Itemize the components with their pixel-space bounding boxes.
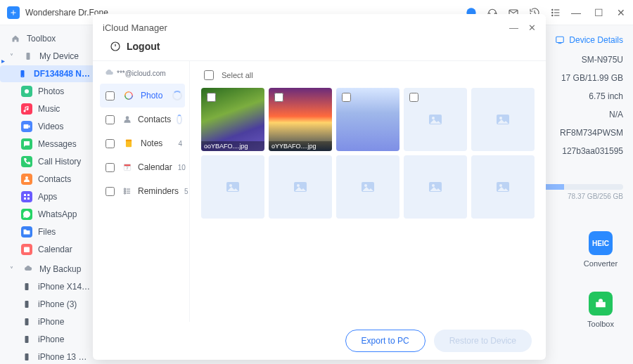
thumbnail-placeholder (404, 155, 467, 219)
phone-icon (21, 299, 32, 310)
phone-icon (17, 68, 28, 79)
category-checkbox[interactable] (106, 139, 115, 148)
phone-icon (21, 334, 32, 345)
category-notes[interactable]: Notes4 (100, 131, 185, 155)
thumbnail-placeholder (471, 88, 535, 151)
device-details-panel: Device Details SM-N975U17 GB/11.99 GB6.7… (539, 35, 623, 328)
svg-point-52 (499, 184, 502, 187)
category-checkbox[interactable] (106, 187, 115, 196)
thumbnail-checkbox[interactable] (274, 93, 283, 102)
thumbnail-placeholder (404, 88, 467, 151)
modal-close-button[interactable]: ✕ (528, 22, 536, 33)
sidebar-item-messages[interactable]: Messages (0, 136, 97, 152)
maximize-button[interactable]: ☐ (594, 7, 603, 18)
sidebar-item-apps[interactable]: Apps (0, 188, 97, 205)
thumbnail[interactable] (336, 88, 399, 151)
close-button[interactable]: ✕ (616, 7, 626, 18)
svg-point-6 (552, 15, 553, 15)
svg-point-44 (229, 184, 232, 187)
svg-point-10 (25, 89, 29, 93)
svg-rect-13 (24, 194, 26, 196)
svg-rect-32 (126, 140, 132, 141)
sidebar-selected-device[interactable]: DF134848 Note (0, 65, 97, 82)
sidebar-item-videos[interactable]: Videos (0, 118, 97, 135)
device-detail-row: SM-N975U (539, 55, 623, 65)
svg-point-46 (297, 184, 300, 187)
svg-point-12 (25, 176, 28, 179)
category-checkbox[interactable] (106, 163, 115, 172)
whatsapp-icon (21, 209, 32, 220)
thumbnail[interactable]: oYYBAFO....jpg (269, 88, 332, 151)
sidebar-my-device[interactable]: ˅ My Device (0, 48, 97, 65)
photo-icon-color (122, 89, 135, 102)
restore-to-device-button[interactable]: Restore to Device (434, 330, 532, 352)
sidebar-item-calendar[interactable]: Calendar (0, 241, 97, 258)
category-checkbox[interactable] (106, 91, 115, 100)
select-all-checkbox[interactable]: Select all (201, 68, 535, 82)
sidebar-item-files[interactable]: Files (0, 223, 97, 240)
chevron-down-icon: ˅ (10, 53, 17, 60)
svg-rect-22 (25, 353, 29, 360)
sidebar-item-contacts[interactable]: Contacts (0, 171, 97, 188)
svg-point-37 (124, 190, 125, 192)
phone-icon (21, 281, 32, 292)
sidebar-item-whatsapp[interactable]: WhatsApp (0, 206, 97, 223)
modal-title: iCloud Manager (103, 22, 509, 33)
category-checkbox[interactable] (106, 115, 115, 124)
svg-point-36 (124, 188, 125, 190)
picture-icon (224, 178, 241, 195)
thumbnail[interactable]: ooYBAFO....jpg (201, 88, 264, 151)
svg-rect-14 (27, 194, 30, 196)
calendar-icon (21, 244, 32, 255)
category-contacts[interactable]: Contacts (100, 108, 185, 131)
picture-icon (427, 111, 444, 128)
device-tick-icon: ▸ (1, 57, 7, 63)
home-icon (10, 33, 21, 44)
backup-item[interactable]: iPhone (3) (0, 296, 97, 313)
minimize-button[interactable]: — (571, 7, 581, 18)
select-all-input[interactable] (204, 70, 214, 80)
tool-card[interactable]: Toolbox (578, 292, 623, 328)
svg-point-9 (23, 76, 23, 77)
svg-point-42 (499, 117, 502, 119)
sidebar-item-photos[interactable]: Photos (0, 83, 97, 100)
modal-minimize-button[interactable]: — (509, 22, 518, 33)
svg-point-4 (552, 9, 553, 10)
thumbnail-filename: ooYBAFO....jpg (201, 141, 264, 151)
svg-point-5 (552, 12, 553, 13)
device-details-link[interactable]: Device Details (539, 35, 623, 45)
tool-card[interactable]: HEICConverter (578, 231, 623, 268)
picture-icon (494, 111, 511, 128)
picture-icon (427, 178, 444, 195)
sidebar-toolbox[interactable]: Toolbox (0, 30, 97, 47)
svg-rect-18 (25, 283, 29, 290)
picture-icon (494, 178, 511, 195)
svg-text:7: 7 (127, 166, 129, 170)
category-reminders[interactable]: Reminders5 (100, 179, 185, 203)
callhistory-icon (21, 156, 32, 167)
backup-icon (23, 264, 34, 275)
sidebar-my-backup[interactable]: ˅ My Backup (0, 261, 97, 278)
menu-icon[interactable] (550, 7, 561, 18)
thumbnail-checkbox[interactable] (342, 93, 351, 102)
messages-icon (21, 138, 32, 150)
thumbnail-checkbox[interactable] (207, 93, 216, 102)
reminders-icon-color (122, 185, 132, 197)
backup-item[interactable]: iPhone (0, 331, 97, 348)
logout-button[interactable]: Logout (93, 41, 546, 60)
backup-item[interactable]: iPhone X14.7-… (0, 278, 97, 295)
svg-rect-24 (556, 37, 564, 42)
svg-point-48 (364, 184, 367, 187)
sidebar-item-music[interactable]: Music (0, 100, 97, 117)
export-to-pc-button[interactable]: Export to PC (345, 330, 426, 352)
picture-icon (359, 178, 376, 195)
backup-item[interactable]: iPhone (0, 313, 97, 330)
backup-item[interactable]: iPhone 13 Pro (0, 349, 97, 364)
category-calendar[interactable]: 7 Calendar10 (100, 155, 185, 179)
sidebar-item-call-history[interactable]: Call History (0, 153, 97, 170)
contacts-icon (21, 174, 32, 185)
sidebar: ▸ Toolbox ˅ My Device DF134848 Note Phot… (0, 25, 97, 364)
category-photo[interactable]: Photo (100, 84, 185, 108)
thumbnail-checkbox[interactable] (409, 93, 418, 102)
music-icon (21, 103, 32, 115)
